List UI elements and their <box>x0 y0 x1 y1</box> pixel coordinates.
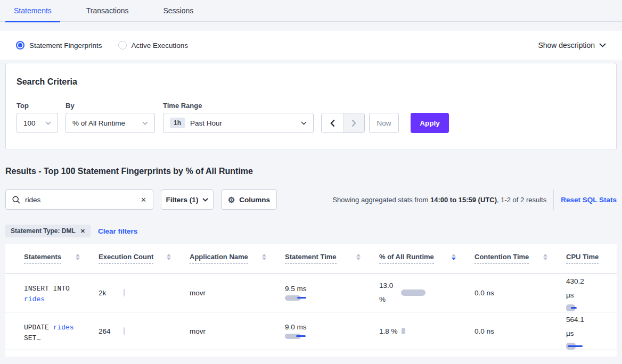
by-select-value: % of All Runtime <box>72 119 125 127</box>
time-range-select[interactable]: 1h Past Hour <box>163 113 314 133</box>
view-mode-bar: Statement Fingerprints Active Executions… <box>0 31 622 60</box>
remove-filter-icon[interactable]: ✕ <box>80 228 85 235</box>
columns-button-label: Columns <box>239 196 270 204</box>
time-range-value: Past Hour <box>190 119 222 127</box>
table-row[interactable]: INSERT INTO rides 2k movr 9.5 ms 13.0 % … <box>5 274 617 312</box>
statement-cell: UPDATE rides SET… <box>24 312 85 350</box>
tab-transactions[interactable]: Transactions <box>78 6 137 22</box>
stats-prefix: Showing aggregated stats from <box>332 196 428 204</box>
sql-keyword: SET… <box>24 334 40 342</box>
execution-count-cell: 264 <box>99 312 190 350</box>
chevron-down-icon <box>202 198 208 202</box>
sort-button-pct-all-runtime[interactable] <box>452 254 456 263</box>
search-criteria-fields: Top 100 By % of All Runtime Time Range 1… <box>17 102 449 133</box>
execution-count-cell: 2k <box>99 274 190 312</box>
next-time-range-button[interactable] <box>343 113 364 133</box>
cpu-time-value: 430.2 µs <box>566 275 590 302</box>
pct-runtime-value: 1.8 % <box>379 327 398 335</box>
time-range-field: Time Range 1h Past Hour <box>155 102 314 133</box>
tab-sessions[interactable]: Sessions <box>154 6 202 22</box>
show-description-label: Show description <box>538 41 595 49</box>
table-row[interactable]: UPDATE rides SET… 264 movr 9.0 ms 1.8 % … <box>5 312 617 350</box>
pct-runtime-cell: 1.8 % <box>379 312 474 350</box>
sort-button-statements[interactable] <box>76 254 80 263</box>
top-select[interactable]: 100 <box>17 113 58 133</box>
filter-chip-label: Statement Type: DML <box>11 227 76 235</box>
column-header-label: CPU Time <box>566 253 599 264</box>
radio-active-executions-label: Active Executions <box>132 42 189 49</box>
now-button[interactable]: Now <box>369 113 399 133</box>
by-select[interactable]: % of All Runtime <box>66 113 155 133</box>
filters-button[interactable]: Filters (1) <box>161 189 214 210</box>
sort-button-application-name[interactable] <box>262 254 266 263</box>
sort-button-contention-time[interactable] <box>543 254 547 263</box>
column-header-label: Execution Count <box>99 253 153 264</box>
tab-statements[interactable]: Statements <box>5 6 60 22</box>
search-input[interactable] <box>25 196 141 204</box>
sort-button-statement-time[interactable] <box>356 254 361 263</box>
cpu-time-bar <box>566 304 579 311</box>
filter-chip-statement-type[interactable]: Statement Type: DML ✕ <box>5 225 91 237</box>
column-header-label: Contention Time <box>474 253 529 264</box>
statement-link[interactable]: rides <box>53 324 74 332</box>
column-header-application-name: Application Name <box>190 244 285 273</box>
column-header-cpu-time: CPU Time <box>566 244 617 273</box>
contention-time-value: 0.0 ns <box>474 327 494 335</box>
table-header-row: Statements Execution Count Application N… <box>5 244 617 274</box>
application-name-cell: movr <box>190 312 285 350</box>
statement-time-cell: 9.0 ms <box>285 312 379 350</box>
time-range-stepper <box>321 113 365 133</box>
column-header-label: Statements <box>24 253 61 264</box>
column-header-label: % of All Runtime <box>379 253 434 264</box>
application-name-cell: movr <box>190 274 285 312</box>
statement-time-value: 9.5 ms <box>285 285 307 293</box>
application-name-value: movr <box>190 289 206 297</box>
stats-time-range: 14:00 to 15:59 (UTC) <box>430 196 497 204</box>
search-icon <box>12 196 20 204</box>
cpu-time-cell: 430.2 µs <box>566 274 617 312</box>
aggregated-stats-text: Showing aggregated stats from 14:00 to 1… <box>332 196 546 204</box>
execution-count-value: 264 <box>99 327 124 335</box>
top-select-value: 100 <box>23 119 36 127</box>
pct-runtime-bar <box>401 289 425 296</box>
sort-button-execution-count[interactable] <box>167 254 171 263</box>
stats-area: Showing aggregated stats from 14:00 to 1… <box>332 189 617 210</box>
search-box: ✕ <box>5 189 153 210</box>
cpu-time-bar <box>566 343 583 350</box>
by-field: By % of All Runtime <box>58 102 155 133</box>
top-field: Top 100 <box>17 102 58 133</box>
apply-button[interactable]: Apply <box>411 113 449 133</box>
reset-sql-stats-link[interactable]: Reset SQL Stats <box>561 196 617 204</box>
search-criteria-title: Search Criteria <box>17 77 77 87</box>
show-description-toggle[interactable]: Show description <box>538 41 606 49</box>
top-label: Top <box>17 102 58 110</box>
results-toolbar: ✕ Filters (1) ⚙ Columns Showing aggregat… <box>5 189 617 210</box>
statement-time-bar <box>285 334 307 339</box>
column-header-pct-all-runtime: % of All Runtime <box>379 244 474 273</box>
tab-bar: Statements Transactions Sessions <box>0 0 622 22</box>
execution-count-bar <box>124 289 125 296</box>
pct-runtime-bar <box>402 328 405 334</box>
statement-link[interactable]: rides <box>24 295 45 303</box>
previous-time-range-button[interactable] <box>322 113 343 133</box>
clear-search-icon[interactable]: ✕ <box>141 196 146 204</box>
column-header-statements: Statements <box>24 244 99 273</box>
pct-runtime-cell: 13.0 % <box>379 274 474 312</box>
vertical-divider <box>553 189 554 210</box>
statement-time-value: 9.0 ms <box>285 323 307 331</box>
statement-cell: INSERT INTO rides <box>24 274 85 312</box>
execution-count-bar <box>124 327 125 335</box>
column-header-label: Statement Time <box>285 253 337 264</box>
statement-time-bar <box>285 295 307 301</box>
radio-selected-icon <box>16 41 24 49</box>
radio-active-executions[interactable]: Active Executions <box>118 41 189 49</box>
column-header-label: Application Name <box>190 253 248 264</box>
columns-button[interactable]: ⚙ Columns <box>221 189 277 210</box>
filters-button-label: Filters (1) <box>166 196 199 204</box>
clear-filters-link[interactable]: Clear filters <box>98 227 137 235</box>
contention-time-cell: 0.0 ns <box>474 312 566 350</box>
search-criteria-card: Search Criteria Top 100 By % of All Runt… <box>5 63 617 150</box>
gear-icon: ⚙ <box>228 196 235 204</box>
radio-statement-fingerprints[interactable]: Statement Fingerprints <box>16 41 102 49</box>
results-heading: Results - Top 100 Statement Fingerprints… <box>5 167 622 176</box>
